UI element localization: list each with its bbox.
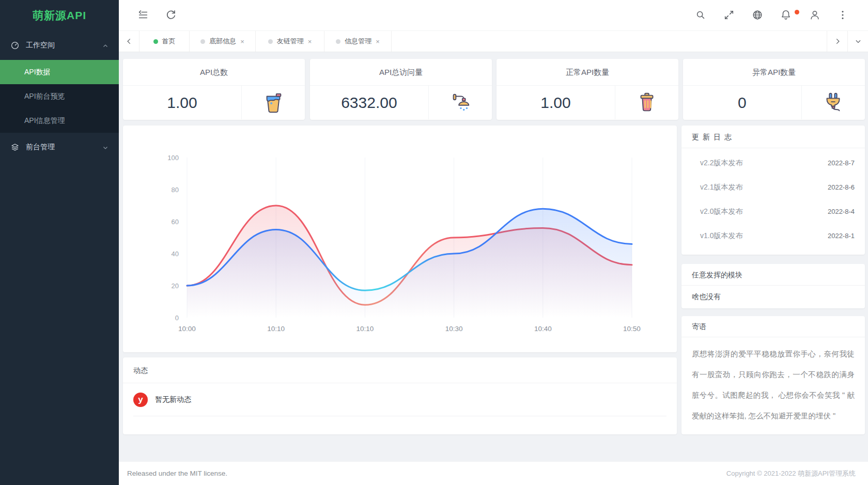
free-module-panel: 任意发挥的模块 啥也没有 xyxy=(681,264,865,308)
top-navbar xyxy=(119,0,868,30)
svg-text:10:10: 10:10 xyxy=(267,325,285,333)
layers-icon xyxy=(10,143,20,152)
shower-icon xyxy=(428,86,492,119)
svg-text:10:50: 10:50 xyxy=(623,325,641,333)
tabs-bar: 首页 底部信息 × 友链管理 × 信息管理 × xyxy=(119,30,868,52)
stat-title: API总数 xyxy=(123,59,305,86)
tab-status-dot xyxy=(336,39,340,44)
stat-title: 正常API数量 xyxy=(497,59,678,86)
bell-icon[interactable] xyxy=(780,9,793,22)
tab-close-icon[interactable]: × xyxy=(308,38,312,45)
tab-close-icon[interactable]: × xyxy=(376,38,380,45)
activity-empty-text: 暂无新动态 xyxy=(155,395,191,404)
fullscreen-icon[interactable] xyxy=(723,9,736,22)
user-icon[interactable] xyxy=(809,9,822,22)
app-logo: 萌新源API xyxy=(0,0,119,30)
tab-label: 友链管理 xyxy=(277,37,304,46)
svg-text:40: 40 xyxy=(172,250,179,258)
stat-title: 异常API数量 xyxy=(683,59,865,86)
gauge-icon xyxy=(10,41,20,50)
svg-text:10:30: 10:30 xyxy=(445,325,463,333)
tab-home[interactable]: 首页 xyxy=(140,31,190,52)
sidebar-item-api-info-mgmt[interactable]: API信息管理 xyxy=(0,108,119,133)
chevron-down-icon xyxy=(102,144,109,150)
footer-copyright-text: Copyright © 2021-2022 萌新源API管理系统 xyxy=(726,469,856,478)
notification-badge xyxy=(795,10,799,14)
more-dots-icon[interactable] xyxy=(837,9,849,22)
tab-info-mgmt[interactable]: 信息管理 × xyxy=(324,31,392,52)
refresh-icon[interactable] xyxy=(165,9,178,22)
svg-text:0: 0 xyxy=(175,314,179,322)
api-traffic-chart-card: 02040608010010:0010:1010:1010:3010:4010:… xyxy=(123,126,677,352)
tab-label: 信息管理 xyxy=(345,37,371,46)
free-module-title: 任意发挥的模块 xyxy=(681,264,865,286)
changelog-date: 2022-8-1 xyxy=(828,232,855,240)
svg-text:10:00: 10:00 xyxy=(178,325,196,333)
footer: Released under the MIT license. Copyrigh… xyxy=(119,462,868,485)
stat-card-api-visits: API总访问量 6332.00 xyxy=(310,59,492,120)
sidebar-item-workspace[interactable]: 工作空间 xyxy=(0,30,119,60)
brand-logo-icon: y xyxy=(133,393,148,407)
search-icon[interactable] xyxy=(695,9,707,22)
changelog-panel: 更新日志 v2.2版本发布 2022-8-7 v2.1版本发布 2022-8-6… xyxy=(681,126,865,255)
trash-bin-icon xyxy=(615,86,678,119)
chevron-up-icon xyxy=(102,42,109,49)
stat-value: 1.00 xyxy=(497,86,615,119)
tab-close-icon[interactable]: × xyxy=(240,38,244,45)
tab-friend-links[interactable]: 友链管理 × xyxy=(256,31,324,52)
stat-value: 1.00 xyxy=(123,86,241,119)
changelog-date: 2022-8-7 xyxy=(828,159,855,167)
footer-license-text: Released under the MIT license. xyxy=(127,470,227,477)
tab-footer-info[interactable]: 底部信息 × xyxy=(190,31,256,52)
changelog-version: v1.0版本发布 xyxy=(700,231,828,241)
paint-bucket-icon xyxy=(241,86,305,119)
sidebar-submenu-workspace: API数据 API前台预览 API信息管理 xyxy=(0,60,119,133)
collapse-menu-icon[interactable] xyxy=(137,9,150,22)
tab-status-dot xyxy=(153,39,158,44)
svg-text:10:40: 10:40 xyxy=(534,325,552,333)
svg-text:10:10: 10:10 xyxy=(357,325,374,333)
svg-text:100: 100 xyxy=(167,154,179,162)
sidebar-item-api-preview[interactable]: API前台预览 xyxy=(0,84,119,108)
svg-text:20: 20 xyxy=(172,282,179,290)
message-panel: 寄语 原想将澎湃的爱平平稳稳放置你手心，奈何我徒有一股蛮劲，只顾向你跑去，一个不… xyxy=(681,316,865,434)
power-plug-icon xyxy=(801,86,865,119)
changelog-date: 2022-8-6 xyxy=(828,183,855,191)
stat-title: API总访问量 xyxy=(310,59,492,86)
tab-status-dot xyxy=(200,39,205,44)
stat-value: 6332.00 xyxy=(310,86,428,119)
free-module-body: 啥也没有 xyxy=(681,286,865,308)
sidebar-item-label: 工作空间 xyxy=(26,41,102,50)
changelog-version: v2.0版本发布 xyxy=(700,207,828,216)
activity-title: 动态 xyxy=(123,357,677,383)
changelog-version: v2.1版本发布 xyxy=(700,183,828,192)
tab-label: 底部信息 xyxy=(209,37,236,46)
tabs-scroll-right-button[interactable] xyxy=(827,31,847,52)
svg-text:80: 80 xyxy=(172,186,179,194)
api-traffic-chart: 02040608010010:0010:1010:1010:3010:4010:… xyxy=(123,126,677,352)
tab-label: 首页 xyxy=(162,37,176,46)
stat-card-api-abnormal: 异常API数量 0 xyxy=(683,59,865,120)
changelog-row[interactable]: v2.0版本发布 2022-8-4 xyxy=(681,199,865,224)
tabs-menu-button[interactable] xyxy=(847,31,868,52)
svg-text:60: 60 xyxy=(172,218,179,226)
sidebar-item-api-data[interactable]: API数据 xyxy=(0,60,119,84)
app-window: 萌新源API 工作空间 API数据 API前台预览 API信息管理 前台管理 xyxy=(0,0,868,485)
changelog-date: 2022-8-4 xyxy=(828,208,855,215)
globe-icon[interactable] xyxy=(752,9,764,22)
tab-status-dot xyxy=(268,39,273,44)
changelog-row[interactable]: v2.1版本发布 2022-8-6 xyxy=(681,175,865,199)
sidebar-item-label: 前台管理 xyxy=(26,143,102,152)
stat-card-api-normal: 正常API数量 1.00 xyxy=(497,59,678,120)
activity-panel: 动态 y 暂无新动态 xyxy=(123,357,677,434)
changelog-row[interactable]: v2.2版本发布 2022-8-7 xyxy=(681,151,865,175)
changelog-version: v2.2版本发布 xyxy=(700,159,828,168)
stat-value: 0 xyxy=(683,86,801,119)
message-title: 寄语 xyxy=(681,316,865,337)
activity-empty-row: y 暂无新动态 xyxy=(133,383,667,416)
sidebar: 萌新源API 工作空间 API数据 API前台预览 API信息管理 前台管理 xyxy=(0,0,119,485)
tabs-scroll-left-button[interactable] xyxy=(119,31,140,52)
stat-card-api-total: API总数 1.00 xyxy=(123,59,305,120)
changelog-row[interactable]: v1.0版本发布 2022-8-1 xyxy=(681,224,865,248)
sidebar-item-frontend-mgmt[interactable]: 前台管理 xyxy=(0,133,119,161)
